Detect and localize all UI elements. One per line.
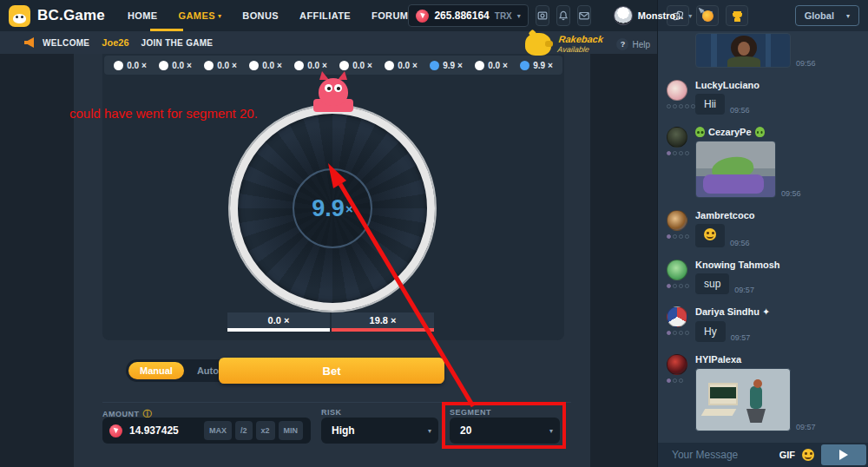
payout-tabs: 0.0 × 19.8 × xyxy=(227,312,434,332)
payout-tab-0x[interactable]: 0.0 × xyxy=(227,312,330,332)
send-button[interactable] xyxy=(821,444,866,465)
history-multiplier[interactable]: 0.0 × xyxy=(159,61,192,70)
balance-amount: 265.886164 xyxy=(434,10,489,22)
chat-username[interactable]: HYIPalexa xyxy=(695,354,863,365)
segment-dropdown[interactable]: 20 ▾ xyxy=(450,418,560,444)
nav-home[interactable]: HOME xyxy=(128,10,158,21)
multiplier-history: 0.0 × 0.0 × 0.0 × 0.0 × 0.0 × 0.0 × 0.0 … xyxy=(104,56,562,75)
double-button[interactable]: x2 xyxy=(256,421,275,440)
notifications-button[interactable] xyxy=(556,5,570,26)
multiplier-label: 0.0 × xyxy=(217,61,237,70)
multiplier-dot xyxy=(385,61,394,70)
multiplier-label: 0.0 × xyxy=(398,61,418,70)
user-menu[interactable]: Monstro... ▾ xyxy=(614,6,693,25)
avatar[interactable] xyxy=(667,80,687,101)
level-dots xyxy=(667,284,689,288)
avatar[interactable] xyxy=(667,127,687,148)
emoji-picker-button[interactable] xyxy=(802,449,814,461)
history-multiplier[interactable]: 9.9 × xyxy=(520,61,553,70)
nav-forum[interactable]: FORUM xyxy=(372,10,408,21)
history-multiplier[interactable]: 0.0 × xyxy=(475,61,508,70)
chat-region-dropdown[interactable]: Global ▾ xyxy=(795,5,859,26)
history-multiplier[interactable]: 0.0 × xyxy=(294,61,327,70)
gif-button[interactable]: GIF xyxy=(779,450,795,460)
smiley-emoji xyxy=(802,449,814,461)
user-avatar xyxy=(614,6,633,25)
chat-username[interactable]: CezaryPe xyxy=(695,127,863,137)
timestamp: 09:57 xyxy=(734,286,754,294)
rakeback-piggy-icon[interactable] xyxy=(525,33,551,56)
chat-username[interactable]: Jambretcoco xyxy=(695,210,863,220)
chat-messages: 09:56 LuckyLuciano Hii 09:56 xyxy=(658,31,868,443)
chat-gif xyxy=(695,33,791,68)
half-button[interactable]: /2 xyxy=(235,421,253,440)
multiplier-dot xyxy=(294,61,304,70)
history-multiplier[interactable]: 0.0 × xyxy=(204,61,237,70)
nav-affiliate[interactable]: AFFILIATE xyxy=(299,10,351,21)
level-dots xyxy=(667,104,695,109)
chevron-down-icon: ▾ xyxy=(846,12,850,20)
chat-username[interactable]: LuckyLuciano xyxy=(695,80,863,90)
chat-username[interactable]: Knowing Tahmosh xyxy=(695,260,863,270)
history-multiplier[interactable]: 0.0 × xyxy=(385,61,418,70)
chat-message-input[interactable] xyxy=(670,448,773,462)
history-multiplier[interactable]: 0.0 × xyxy=(114,61,147,70)
avatar[interactable] xyxy=(667,210,687,231)
history-multiplier[interactable]: 0.0 × xyxy=(339,61,372,70)
vault-icon xyxy=(536,10,549,22)
multiplier-dot xyxy=(430,61,439,70)
vault-button[interactable] xyxy=(536,5,549,26)
chat-username[interactable]: Dariya Sindhu ✦ xyxy=(695,306,863,318)
chat-message: LuckyLuciano Hii 09:56 xyxy=(667,78,863,115)
payout-tab-19x[interactable]: 19.8 × xyxy=(332,312,434,332)
max-button[interactable]: MAX xyxy=(204,421,232,440)
chevron-down-icon: ▾ xyxy=(428,427,431,435)
multiplier-label: 0.0 × xyxy=(488,61,508,70)
question-icon: ? xyxy=(616,38,628,50)
risk-dropdown[interactable]: High ▾ xyxy=(321,418,438,444)
amount-field: MAX /2 x2 MIN xyxy=(102,418,311,444)
mail-icon xyxy=(578,10,590,22)
chat-bubble: Hy xyxy=(695,321,726,342)
bet-mode-toggle: Manual Auto xyxy=(126,359,233,382)
multiplier-dot xyxy=(114,61,123,70)
bcgame-logo[interactable]: BC.Game xyxy=(9,5,105,27)
amount-input[interactable] xyxy=(128,424,201,437)
history-multiplier[interactable]: 0.0 × xyxy=(249,61,282,70)
chat-gif xyxy=(695,368,791,431)
chat-sidebar: Global ▾ 09:56 xyxy=(657,0,868,467)
leaderboard-button[interactable] xyxy=(726,5,748,26)
chat-gif xyxy=(695,141,776,198)
welcome-username[interactable]: Joe26 xyxy=(102,37,128,48)
avatar[interactable] xyxy=(667,260,687,280)
trx-coin-icon xyxy=(109,424,122,437)
history-multiplier[interactable]: 9.9 × xyxy=(430,61,463,70)
annotation-text: could have went for segment 20. xyxy=(69,106,258,121)
fireball-icon xyxy=(702,10,713,22)
timestamp: 09:57 xyxy=(796,423,816,431)
multiplier-label: 9.9 × xyxy=(533,61,553,70)
multiplier-dot xyxy=(249,61,259,70)
multiplier-dot xyxy=(159,61,168,70)
nav-games[interactable]: GAMES▾ xyxy=(179,10,222,21)
balance-selector[interactable]: 265.886164 TRX ▾ xyxy=(408,4,528,27)
timestamp: 09:56 xyxy=(730,106,750,115)
chat-input-bar: GIF xyxy=(658,443,868,467)
nav-bonus[interactable]: BONUS xyxy=(242,10,279,21)
chevron-down-icon: ▾ xyxy=(517,12,521,20)
bet-button[interactable]: Bet xyxy=(219,358,444,384)
messages-button[interactable] xyxy=(577,5,591,26)
owl-mascot-icon xyxy=(319,78,348,106)
welcome-text: WELCOME xyxy=(43,38,89,48)
wheel-center-multiplier: 9.9× xyxy=(293,168,372,248)
level-dots xyxy=(667,378,683,383)
rakeback-banner[interactable]: Rakeback Available xyxy=(557,35,604,54)
avatar[interactable] xyxy=(667,306,687,327)
help-button[interactable]: ? Help xyxy=(616,38,650,50)
level-dots xyxy=(667,234,689,239)
min-button[interactable]: MIN xyxy=(279,421,304,440)
megaphone-icon xyxy=(24,37,34,48)
avatar[interactable] xyxy=(667,354,687,375)
manual-mode-button[interactable]: Manual xyxy=(128,362,184,379)
alien-emoji xyxy=(755,127,765,137)
